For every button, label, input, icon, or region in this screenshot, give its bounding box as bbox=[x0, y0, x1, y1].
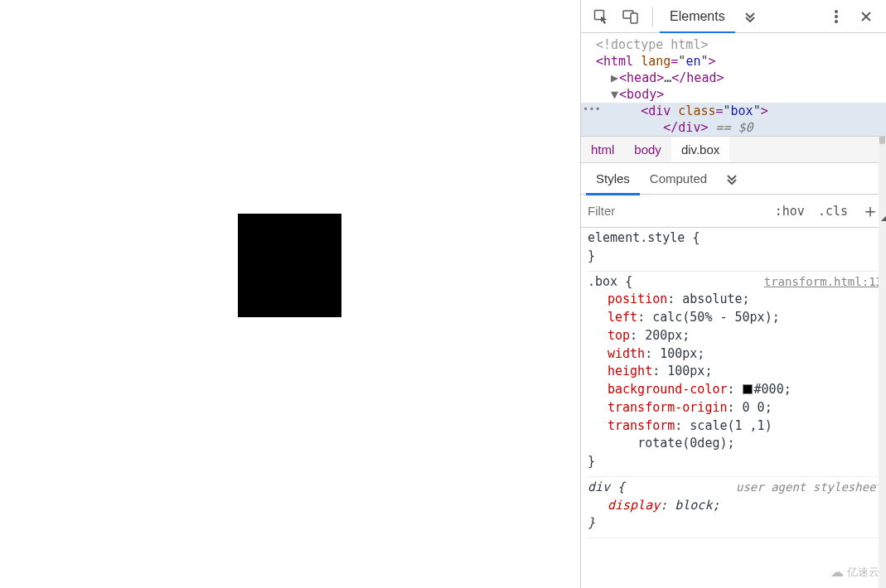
rule-user-agent[interactable]: div { user agent stylesheet display: blo… bbox=[588, 479, 883, 538]
breadcrumb-div-box[interactable]: div.box bbox=[671, 137, 729, 162]
color-swatch[interactable] bbox=[743, 384, 753, 394]
svg-point-5 bbox=[835, 20, 838, 23]
demo-box bbox=[238, 214, 341, 317]
devtools-panel: Elements <!doctype html> <html lang="en"… bbox=[580, 0, 886, 588]
dom-div-close[interactable]: </div> == $0 bbox=[581, 119, 886, 136]
styles-filter-input[interactable] bbox=[588, 200, 745, 223]
device-toggle-icon[interactable] bbox=[617, 3, 644, 30]
breadcrumb-html[interactable]: html bbox=[581, 137, 624, 162]
new-rule-button[interactable]: ＋◢ bbox=[855, 199, 886, 224]
tab-elements-label: Elements bbox=[670, 9, 725, 24]
rule-source-link[interactable]: transform.html:13 bbox=[764, 273, 883, 292]
toolbar-separator bbox=[652, 7, 653, 27]
dom-body-open[interactable]: ▼<body> bbox=[581, 86, 886, 103]
cls-toggle[interactable]: .cls bbox=[811, 204, 855, 219]
ua-stylesheet-label: user agent stylesheet bbox=[736, 479, 883, 497]
more-tabs-icon[interactable] bbox=[737, 3, 763, 30]
close-devtools-icon[interactable] bbox=[853, 3, 879, 30]
kebab-menu-icon[interactable] bbox=[823, 3, 850, 30]
svg-point-4 bbox=[835, 15, 838, 18]
svg-rect-2 bbox=[631, 13, 637, 23]
hov-toggle[interactable]: :hov bbox=[768, 204, 811, 219]
breadcrumb-body[interactable]: body bbox=[624, 137, 671, 162]
devtools-toolbar: Elements bbox=[581, 0, 886, 33]
breadcrumb: html body div.box bbox=[581, 137, 886, 163]
rule-element-style[interactable]: element.style { } bbox=[588, 229, 883, 272]
rule-box[interactable]: .box { transform.html:13 position: absol… bbox=[588, 273, 883, 477]
svg-point-3 bbox=[835, 10, 838, 13]
styles-filter-row: :hov .cls ＋◢ bbox=[581, 195, 886, 228]
styles-pane[interactable]: element.style { } .box { transform.html:… bbox=[581, 228, 886, 588]
dom-doctype[interactable]: <!doctype html> bbox=[581, 36, 886, 53]
dom-div-open[interactable]: ••• <div class="box"> bbox=[581, 103, 886, 119]
tab-elements[interactable]: Elements bbox=[660, 0, 735, 33]
inspect-icon[interactable] bbox=[588, 3, 614, 30]
dom-tree[interactable]: <!doctype html> <html lang="en"> ▶<head>… bbox=[581, 33, 886, 137]
subtab-computed[interactable]: Computed bbox=[640, 163, 717, 195]
styles-subtabs: Styles Computed bbox=[581, 163, 886, 195]
subtab-styles[interactable]: Styles bbox=[586, 163, 640, 195]
dom-head[interactable]: ▶<head>…</head> bbox=[581, 70, 886, 86]
more-subtabs-icon[interactable] bbox=[719, 166, 745, 192]
page-preview bbox=[0, 0, 580, 588]
dom-html-open[interactable]: <html lang="en"> bbox=[581, 53, 886, 70]
